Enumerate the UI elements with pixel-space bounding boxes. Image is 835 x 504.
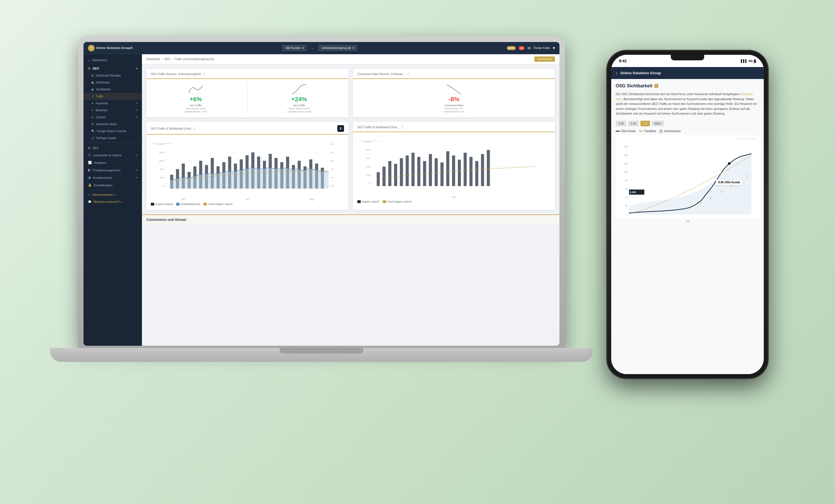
mail-icon[interactable]: ✉ [527,46,531,50]
phone-back-button[interactable]: ‹ [616,70,618,76]
scene: ✦ Online Solutions Group® Alle Kunden ▾ … [56,23,779,481]
svg-rect-70 [470,157,473,186]
sidebar-section-seo[interactable]: G SEO ▾ [83,65,142,72]
sidebar-item-content[interactable]: ◎ Content ▾ [83,114,142,121]
phone-status-icons: ▌▌▌ 4G ▓ [741,59,756,63]
time-btn-max[interactable]: MAX [652,121,664,126]
laptop-screen: ✦ Online Solutions Group® Alle Kunden ▾ … [83,42,559,346]
metric-monthly: +24% Seo-Traffic letzter Monat: 16.232 v… [254,83,344,113]
phone-legend-trend: Trendlinie [639,130,656,133]
visibility-icon: ◉ [91,88,94,91]
info-icon-3: ⓘ [193,127,196,130]
svg-text:8k: 8k [625,179,628,182]
sidebar-item-beratung[interactable]: 💬 Beratung erwünscht? » [83,198,142,205]
legend-organic-color [151,203,154,206]
chart-sist-area: JS chart by amCharts [358,139,551,194]
sidebar-item-keywords[interactable]: ✦ Keywords ▾ [83,100,142,107]
svg-rect-61 [417,157,420,186]
sidebar-item-analytics[interactable]: 📈 Analytics [83,159,142,166]
laptop-outer: ✦ Online Solutions Group® Alle Kunden ▾ … [78,37,565,348]
svg-text:6,958: 6,958 [630,191,636,194]
metric-monthly-label: Seo-Traffic [254,104,344,107]
svg-rect-69 [464,153,467,186]
metric-weekly-value: +6% [151,96,241,103]
sidebar-item-backlinks[interactable]: ↩ Backlinks ▾ [83,107,142,114]
legend-trend-color [203,203,207,206]
metric-weekly-sub1: letzte Woche: 4.032 [151,107,241,110]
svg-text:2k: 2k [625,205,628,207]
badge-yellow: 6172 [507,46,516,50]
svg-text:T: T [700,202,702,205]
svg-text:0: 0 [369,182,371,185]
sidebar-item-dashboard-sub[interactable]: ▣ Dashboard [83,79,142,86]
chart-xovi-watermark: JS chart by amCharts [152,142,170,144]
phone-description: Die OSG Sichtbarkeit berechnet sich an H… [616,92,759,116]
sidebar-item-projekt[interactable]: ◧ Projektmanagement ▾ [83,166,142,174]
keyword-sets-link[interactable]: Keyword-Sets [616,92,753,101]
sidebar-item-weiterempfehlen[interactable]: ↗ Weiterempfehlen » [83,191,142,198]
backlinks-arrow-icon: ▾ [136,109,138,111]
legend-sichtbarkeit-color [176,203,180,206]
phone-info-icon: i [654,84,658,88]
sidebar-item-indexierte[interactable]: ☰ Indexierte Seiten [83,121,142,128]
svg-text:600: 600 [366,157,371,160]
content-grid: SEO-Traffic Wochen- & Monatsvergleich ⓘ [142,64,559,214]
badge-red: 10 [518,46,525,50]
legend-sist-organic: Organic Search [358,200,379,203]
svg-text:22: 22 [330,185,334,187]
svg-text:T: T [710,197,712,200]
svg-text:200: 200 [159,176,164,179]
svg-text:26: 26 [330,168,334,170]
metric-monthly-value: +24% [254,96,344,103]
svg-rect-55 [383,167,386,186]
sidebar-item-dashboard-manager[interactable]: ⊞ Dashboard Manager [83,72,142,79]
svg-text:24: 24 [330,176,334,179]
time-btn-6m[interactable]: 6 M [628,121,638,126]
battery-icon: ▓ [754,59,756,63]
phone-header: ‹ Online Solutions Group [611,67,764,79]
svg-text:T: T [731,185,733,188]
keywords-icon: ✦ [91,102,94,105]
card-chart-sist-title: SEO-Traffic & Sichtbarkeit (Sistr... ⓘ [358,125,404,129]
sidebar-item-ladezeiten[interactable]: ⏱ Ladezeiten & Uptime ▾ [83,152,142,159]
time-btn-1j[interactable]: 1 J [640,121,650,126]
time-btn-3m[interactable]: 3 M [616,121,626,126]
svg-text:0: 0 [163,185,164,187]
sidebar-item-dashboard[interactable]: ⌂ Dashboard [83,57,142,64]
sidebar-item-onpage[interactable]: ◫ OnPage Crawler [83,134,142,142]
user-dropdown-icon[interactable]: ▾ [553,45,555,50]
metric-conversion-sub2: vorletzte Woche: 8 % [358,110,551,113]
legend-trend: Trend Organic Search [203,203,232,206]
customer-icon: ◑ [88,176,91,180]
sidebar-item-kunden[interactable]: ◑ Kundencenter ▾ [83,174,142,181]
phone-legend: OSG Kunde Trendlinie ✗ Suchvolumen [616,130,759,133]
sidebar-item-sichtbarkeit[interactable]: ◉ Sichtbarkeit [83,86,142,93]
sidebar-item-gsc[interactable]: 🔍 Google Search Console [83,128,142,134]
search-icon: 🔍 [91,130,95,133]
phone-section-title: OSG Sichtbarkeit i [616,83,759,88]
svg-text:4k: 4k [625,196,628,199]
customers-dropdown[interactable]: Alle Kunden ▾ [283,45,307,51]
sidebar-item-traffic[interactable]: ↗ Traffic [83,93,142,100]
card-conversion: Conversion-Rate Wochen- & Monats... ⓘ [353,69,555,118]
card-conversion-header: Conversion-Rate Wochen- & Monats... ⓘ [353,69,555,79]
phone-outer: 9:41 ▌▌▌ 4G ▓ ‹ Online Solutions Group [607,50,768,379]
sidebar-item-sea[interactable]: ◈ SEA [83,144,142,152]
card-conversion-body: -8% Conversion-Rate letzte Woche: 8 % vo… [353,79,555,118]
svg-rect-68 [458,160,461,186]
svg-text:T: T [721,191,723,194]
main-content: Dashboard → SEO → Traffic (onlinesolutio… [142,54,559,346]
download-button-xovi[interactable]: ⬇ [337,125,344,132]
conversion-button[interactable]: Konversion [534,57,555,62]
domain-dropdown[interactable]: onlinesolutionsgroup.de ▾ [319,45,357,51]
info-icon-4: ⓘ [401,126,404,129]
chart-tooltip-osg: 8.9k OSG Kunde [716,180,742,185]
sea-icon: ◈ [88,146,90,150]
sidebar-item-einstellungen[interactable]: 🔒 Einstellungen [83,181,142,189]
signal-bars-icon: ▌▌▌ [741,59,747,63]
time-filter-row: 3 M 6 M 1 J MAX [616,121,759,126]
svg-text:0: 0 [626,213,628,216]
card-chart-sist-header: SEO-Traffic & Sichtbarkeit (Sistr... ⓘ [353,122,555,132]
legend-sichtbarkeit: Sichtbarkeit(Xovi) [176,203,200,206]
svg-rect-63 [429,154,432,186]
